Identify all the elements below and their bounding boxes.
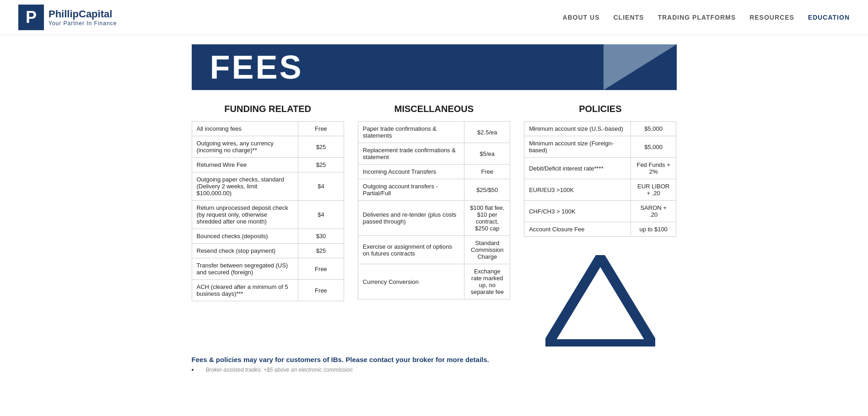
outer-triangle-svg — [545, 255, 655, 347]
fee-value: $30 — [298, 229, 344, 244]
funding-header: FUNDING RELATED — [192, 104, 344, 114]
policy-value: SARON + .20 — [631, 201, 676, 222]
table-row: EUR/EU3 >100KEUR LIBOR + .20 — [524, 179, 676, 201]
table-row: Exercise or assignment of options on fut… — [358, 236, 510, 264]
policy-label: Debit/Deficit interest rate**** — [524, 158, 631, 179]
table-row: Minimum account size (Foreign-based)$5,0… — [524, 136, 676, 158]
nav-resources[interactable]: RESOURCES — [749, 14, 794, 21]
fee-label: All incoming fees — [192, 122, 298, 136]
hero-triangle-decoration — [604, 44, 677, 90]
fee-value: Free — [298, 258, 344, 280]
policies-column: POLICIES Minimum account size (U.S.-base… — [524, 104, 676, 347]
table-row: Resend check (stop payment)$25 — [192, 244, 344, 258]
nav-clients[interactable]: CLIENTS — [614, 14, 644, 21]
fee-label: Resend check (stop payment) — [192, 244, 298, 258]
policy-label: Minimum account size (Foreign-based) — [524, 136, 631, 158]
table-row: Minimum account size (U.S.-based)$5,000 — [524, 122, 676, 136]
svg-marker-0 — [548, 257, 653, 344]
fee-value: $5/ea — [464, 143, 510, 165]
table-row: Outgoing wires, any currency (incoming n… — [192, 136, 344, 158]
fee-value: $4 — [298, 201, 344, 229]
table-row: Deliveries and re-tender (plus costs pas… — [358, 201, 510, 236]
nav-trading-platforms[interactable]: TRADING PLATFORMS — [658, 14, 736, 21]
policy-label: Minimum account size (U.S.-based) — [524, 122, 631, 136]
table-row: Return unprocessed deposit check (by req… — [192, 201, 344, 229]
logo-text: PhillipCapital Your Partner In Finance — [49, 8, 117, 27]
nav-links: ABOUT US CLIENTS TRADING PLATFORMS RESOU… — [562, 14, 850, 21]
misc-column: MISCELLANEOUS Paper trade confirmations … — [358, 104, 510, 299]
table-row: Outgoing account transfers - Partial/Ful… — [358, 179, 510, 201]
fee-label: Incoming Account Transfers — [358, 165, 464, 179]
misc-header: MISCELLANEOUS — [358, 104, 510, 114]
table-row: ACH (cleared after a minimum of 5 busine… — [192, 280, 344, 301]
fee-label: ACH (cleared after a minimum of 5 busine… — [192, 280, 298, 301]
table-row: Returned Wire Fee$25 — [192, 158, 344, 172]
triangle-decoration — [524, 255, 676, 347]
navbar: P PhillipCapital Your Partner In Finance… — [0, 0, 868, 35]
logo-icon: P — [18, 5, 44, 30]
sub-note: Broker-assisted trades: +$5 above an ele… — [205, 367, 352, 373]
logo-name: PhillipCapital — [49, 8, 117, 20]
fee-label: Outgoing account transfers - Partial/Ful… — [358, 179, 464, 201]
fee-value: $25 — [298, 158, 344, 172]
three-columns: FUNDING RELATED All incoming feesFreeOut… — [192, 104, 677, 347]
policy-value: up to $100 — [631, 222, 676, 237]
funding-column: FUNDING RELATED All incoming feesFreeOut… — [192, 104, 344, 301]
fee-value: Exchange rate marked up, no separate fee — [464, 264, 510, 299]
table-row: Currency ConversionExchange rate marked … — [358, 264, 510, 299]
fee-value: $2.5/ea — [464, 122, 510, 143]
policies-table: Minimum account size (U.S.-based)$5,000M… — [524, 121, 676, 237]
table-row: CHF/CH3 > 100KSARON + .20 — [524, 201, 676, 222]
fee-value: $25/$50 — [464, 179, 510, 201]
fee-value: Standard Commission Charge — [464, 236, 510, 264]
nav-about-us[interactable]: ABOUT US — [562, 14, 599, 21]
bottom-note-area: Fees & policies may vary for customers o… — [183, 356, 686, 373]
policy-label: Account Closure Fee — [524, 222, 631, 237]
misc-table: Paper trade confirmations & statements$2… — [358, 121, 510, 299]
fee-label: Currency Conversion — [358, 264, 464, 299]
funding-table: All incoming feesFreeOutgoing wires, any… — [192, 121, 344, 301]
policy-label: EUR/EU3 >100K — [524, 179, 631, 201]
table-row: Account Closure Feeup to $100 — [524, 222, 676, 237]
fee-value: Free — [298, 122, 344, 136]
policy-value: $5,000 — [631, 122, 676, 136]
table-row: Transfer between segregated (US) and sec… — [192, 258, 344, 280]
hero-title: FEES — [192, 48, 303, 86]
fee-value: $25 — [298, 244, 344, 258]
main-note: Fees & policies may vary for customers o… — [192, 356, 677, 363]
fee-label: Returned Wire Fee — [192, 158, 298, 172]
main-content: FUNDING RELATED All incoming feesFreeOut… — [183, 90, 686, 347]
hero-banner: FEES — [192, 44, 677, 90]
fee-value: $100 flat fee, $10 per contract, $250 ca… — [464, 201, 510, 236]
logo-tagline: Your Partner In Finance — [49, 20, 117, 27]
policy-label: CHF/CH3 > 100K — [524, 201, 631, 222]
fee-value: Free — [464, 165, 510, 179]
fee-label: Exercise or assignment of options on fut… — [358, 236, 464, 264]
table-row: Incoming Account TransfersFree — [358, 165, 510, 179]
fee-label: Return unprocessed deposit check (by req… — [192, 201, 298, 229]
table-row: Debit/Deficit interest rate****Fed Funds… — [524, 158, 676, 179]
nav-education[interactable]: EDUCATION — [808, 14, 850, 21]
fee-label: Transfer between segregated (US) and sec… — [192, 258, 298, 280]
fee-value: Free — [298, 280, 344, 301]
table-row: Bounced checks (deposits)$30 — [192, 229, 344, 244]
fee-label: Outgoing wires, any currency (incoming n… — [192, 136, 298, 158]
policy-value: $5,000 — [631, 136, 676, 158]
table-row: Paper trade confirmations & statements$2… — [358, 122, 510, 143]
fee-label: Outgoing paper checks, standard (Deliver… — [192, 172, 298, 201]
fee-value: $4 — [298, 172, 344, 201]
fee-label: Deliveries and re-tender (plus costs pas… — [358, 201, 464, 236]
policy-value: EUR LIBOR + .20 — [631, 179, 676, 201]
bullet: • — [192, 366, 194, 373]
policies-header: POLICIES — [524, 104, 676, 114]
fee-label: Bounced checks (deposits) — [192, 229, 298, 244]
logo-area: P PhillipCapital Your Partner In Finance — [18, 5, 117, 30]
fee-label: Paper trade confirmations & statements — [358, 122, 464, 143]
table-row: Replacement trade confirmations & statem… — [358, 143, 510, 165]
fee-label: Replacement trade confirmations & statem… — [358, 143, 464, 165]
policy-value: Fed Funds + 2% — [631, 158, 676, 179]
table-row: All incoming feesFree — [192, 122, 344, 136]
fee-value: $25 — [298, 136, 344, 158]
table-row: Outgoing paper checks, standard (Deliver… — [192, 172, 344, 201]
